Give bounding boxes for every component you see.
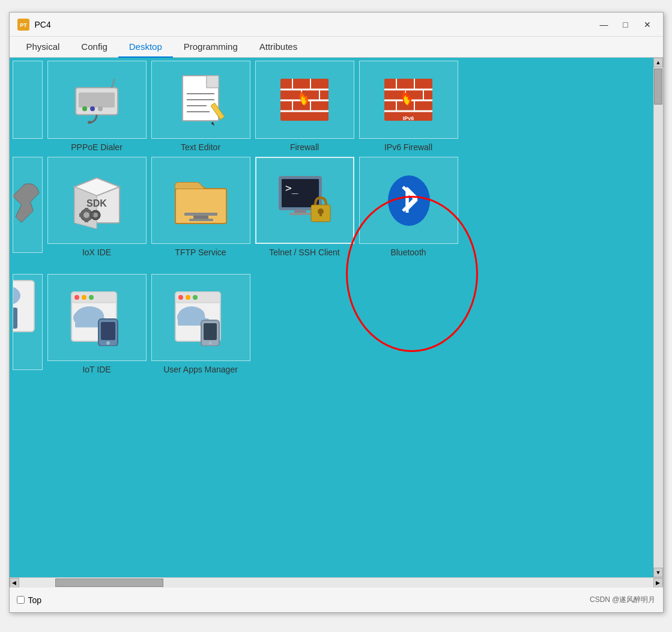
svg-marker-17 — [211, 122, 215, 127]
telnet-label: Telnet / SSH Client — [269, 248, 340, 257]
main-window: PT PC4 — □ ✕ Physical Config Desktop Pro… — [9, 12, 664, 613]
scroll-thumb-v[interactable] — [654, 68, 662, 105]
icon-cell-firewall[interactable]: Firewall — [255, 61, 354, 152]
watermark: CSDN @遂风醉明月 — [590, 595, 656, 605]
desktop-panel: PPPoE Dialer — [10, 58, 653, 577]
svg-line-7 — [112, 79, 115, 88]
svg-point-83 — [178, 295, 183, 300]
svg-rect-91 — [204, 323, 217, 340]
icon-grid-wrapper: PPPoE Dialer — [10, 58, 653, 577]
firewall-icon — [277, 73, 331, 127]
svg-point-4 — [82, 106, 87, 111]
icon-cell-texteditor[interactable]: Text Editor — [151, 61, 250, 152]
icon-cell-bluetooth[interactable]: Bluetooth — [359, 157, 458, 257]
svg-point-73 — [89, 295, 94, 300]
svg-rect-3 — [79, 93, 115, 108]
texteditor-icon — [174, 73, 228, 127]
tftp-label: TFTP Service — [175, 248, 226, 257]
scroll-down-button[interactable]: ▼ — [653, 568, 663, 577]
icon-cell-partial-0[interactable] — [13, 61, 43, 139]
scroll-thumb-h[interactable] — [55, 579, 163, 587]
icon-cell-ioxide[interactable]: SDK — [47, 157, 147, 257]
minimize-button[interactable]: — — [596, 18, 613, 31]
svg-rect-54 — [189, 219, 213, 221]
icon-cell-userapps[interactable]: User Apps Manager — [151, 274, 250, 374]
svg-rect-52 — [184, 213, 217, 216]
svg-point-80 — [106, 341, 110, 345]
icon-cell-ipv6firewall[interactable]: IPv6 IPv6 Firewall — [359, 61, 458, 152]
icon-box-bluetooth — [359, 157, 458, 244]
svg-rect-68 — [13, 308, 17, 329]
svg-point-85 — [193, 295, 198, 300]
svg-rect-11 — [207, 76, 219, 88]
scroll-right-button[interactable]: ▶ — [653, 578, 663, 588]
top-checkbox-area: Top — [17, 595, 42, 605]
svg-text:PT: PT — [20, 22, 27, 28]
close-button[interactable]: ✕ — [639, 18, 656, 31]
titlebar: PT PC4 — □ ✕ — [10, 13, 663, 37]
tab-config[interactable]: Config — [70, 37, 118, 58]
svg-point-46 — [93, 213, 98, 217]
ipv6firewall-label: IPv6 Firewall — [384, 142, 432, 152]
top-label: Top — [28, 595, 42, 605]
icons-container: PPPoE Dialer — [10, 58, 653, 382]
iotide-icon — [68, 289, 126, 346]
icon-row-2: IoT IDE — [13, 274, 650, 374]
pppoe-label: PPPoE Dialer — [71, 142, 123, 152]
icon-cell-partial-1[interactable] — [13, 157, 43, 253]
tab-physical[interactable]: Physical — [16, 37, 71, 58]
icon-cell-telnet[interactable]: >_ — [255, 157, 354, 257]
scroll-left-button[interactable]: ◀ — [10, 578, 19, 588]
telnet-icon: >_ — [276, 174, 333, 228]
iotide-label: IoT IDE — [82, 365, 110, 374]
svg-text:SDK: SDK — [86, 198, 107, 208]
vertical-scrollbar: ▲ ▼ — [653, 58, 663, 577]
icon-row-0: PPPoE Dialer — [13, 61, 650, 152]
icon-box-iotide — [47, 274, 147, 361]
icon-box-tftp — [151, 157, 250, 244]
tab-desktop[interactable]: Desktop — [118, 37, 173, 58]
userapps-label: User Apps Manager — [163, 365, 238, 374]
window-controls: — □ ✕ — [596, 18, 656, 31]
top-checkbox[interactable] — [17, 596, 25, 604]
svg-rect-50 — [91, 213, 94, 217]
firewall-label: Firewall — [290, 142, 319, 152]
svg-point-92 — [208, 342, 211, 345]
bluetooth-icon — [380, 172, 437, 229]
icon-cell-partial-2[interactable] — [13, 274, 43, 370]
footer-bar: Top CSDN @遂风醉明月 — [10, 587, 663, 612]
icon-cell-pppoe[interactable]: PPPoE Dialer — [47, 61, 147, 152]
icon-box-ioxide: SDK — [47, 157, 147, 244]
svg-rect-79 — [101, 322, 115, 340]
spacer-row — [13, 262, 650, 274]
window-title: PC4 — [35, 20, 596, 29]
icon-cell-iotide[interactable]: IoT IDE — [47, 274, 147, 374]
ioxide-label: IoX IDE — [82, 248, 111, 257]
icon-box-telnet: >_ — [255, 157, 354, 244]
pppoe-icon — [70, 76, 124, 124]
content-area: PPPoE Dialer — [10, 58, 663, 577]
maximize-button[interactable]: □ — [617, 18, 634, 31]
svg-rect-59 — [289, 213, 311, 215]
tab-attributes[interactable]: Attributes — [249, 37, 308, 58]
svg-point-6 — [98, 106, 103, 111]
userapps-icon — [172, 289, 229, 346]
ipv6firewall-icon: IPv6 — [381, 73, 435, 127]
icon-box-ipv6firewall: IPv6 — [359, 61, 458, 139]
tab-programming[interactable]: Programming — [173, 37, 249, 58]
horizontal-scrollbar-area: ◀ ▶ — [10, 577, 663, 587]
svg-point-72 — [82, 295, 86, 300]
scroll-up-button[interactable]: ▲ — [653, 58, 663, 67]
ioxide-icon: SDK — [68, 172, 126, 229]
svg-point-71 — [74, 295, 79, 300]
svg-point-64 — [388, 175, 430, 226]
icon-cell-tftp[interactable]: TFTP Service — [151, 157, 250, 257]
svg-text:>_: >_ — [285, 181, 298, 194]
svg-point-44 — [83, 212, 89, 218]
tab-bar: Physical Config Desktop Programming Attr… — [10, 37, 663, 58]
svg-rect-49 — [79, 213, 82, 217]
icon-box-firewall — [255, 61, 354, 139]
scroll-h-track — [19, 578, 653, 588]
svg-point-84 — [186, 295, 190, 300]
svg-point-5 — [90, 106, 95, 111]
